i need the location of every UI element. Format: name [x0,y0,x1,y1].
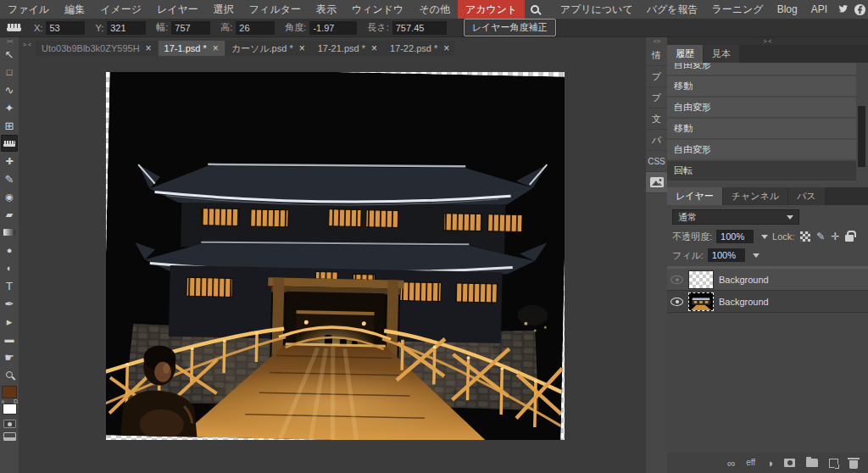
menu-window[interactable]: ウィンドウ [344,0,411,19]
layer-row-background-hidden[interactable]: Background [667,269,868,291]
history-scrollbar[interactable] [858,106,865,167]
search-button[interactable] [525,0,545,19]
healing-brush-tool[interactable]: ✚ [1,153,18,170]
tab-close-icon[interactable]: × [443,42,449,54]
angle-value-field[interactable]: -1.97 [309,21,357,35]
menu-report-bug[interactable]: バグを報告 [640,0,705,19]
document-tab-3[interactable]: カーソル.psd * × [225,41,311,56]
quick-mask-button[interactable] [3,420,16,428]
hand-tool[interactable]: ☛ [1,348,18,365]
history-item-rotate[interactable]: 回転 [667,161,856,181]
history-item-free-transform[interactable]: 自由変形 [667,97,856,117]
tab-history[interactable]: 履歴 [667,45,703,63]
tools-collapse-handle[interactable]: > < [0,37,19,45]
document-tab-2[interactable]: 17-1.psd * × [159,41,225,56]
fill-value-field[interactable]: 100% [708,248,745,262]
menu-file[interactable]: ファイル [0,0,57,19]
tab-close-icon[interactable]: × [146,42,152,54]
layer-row-background-selected[interactable]: Background [667,291,868,313]
menu-api[interactable]: API [804,0,834,19]
history-item-free-transform[interactable]: 自由変形 [667,63,856,75]
chevron-down-icon[interactable] [753,253,760,258]
ruler-tool[interactable] [1,135,18,152]
marquee-tool[interactable]: □ [1,64,18,81]
lasso-tool[interactable]: ∿ [1,81,18,98]
tab-swatches[interactable]: 見本 [704,45,739,63]
history-item-move[interactable]: 移動 [667,119,856,138]
height-value-field[interactable]: 26 [236,21,275,35]
length-value-field[interactable]: 757.45 [392,21,447,35]
menu-image[interactable]: イメージ [92,0,149,19]
twitter-icon[interactable] [834,0,851,19]
shape-tool[interactable]: ▬ [1,331,18,348]
menu-filter[interactable]: フィルター [242,0,309,19]
history-item-free-transform[interactable]: 自由変形 [667,140,856,159]
pen-tool[interactable]: ✒ [1,295,18,312]
brush-tool[interactable]: ✎ [1,170,18,187]
tab-layers[interactable]: レイヤー [667,187,722,205]
y-value-field[interactable]: 321 [107,21,146,35]
foreground-color-swatch[interactable] [2,386,17,398]
menu-account[interactable]: アカウント [458,0,525,19]
sidebar-tab-brush[interactable]: プ [646,87,667,109]
tabbar-collapse-handle[interactable]: > < [19,41,36,56]
sidebar-tab-info[interactable]: 情 [646,45,667,66]
tab-channels[interactable]: チャンネル [723,187,787,205]
side-collapse-handle[interactable]: < > [646,37,667,45]
sidebar-tab-paragraph[interactable]: パ [646,130,667,151]
tab-paths[interactable]: パス [788,187,825,205]
move-tool[interactable]: ↖ [1,46,18,63]
crop-tool[interactable]: ⊞ [1,117,18,134]
sidebar-tab-histogram[interactable] [646,172,667,193]
lock-transparency-icon[interactable] [800,231,810,242]
path-select-tool[interactable]: ▸ [1,313,18,330]
layer-thumbnail-transparent[interactable] [688,270,714,289]
layer-mask-icon[interactable] [784,459,795,467]
menu-select[interactable]: 選択 [206,0,242,19]
menu-learning[interactable]: ラーニング [705,0,771,19]
zoom-tool[interactable] [1,366,18,383]
x-value-field[interactable]: 53 [46,21,85,35]
sidebar-tab-css[interactable]: CSS [646,151,667,172]
layer-angle-correct-button[interactable]: レイヤー角度補正 [464,19,556,36]
document-tab-5[interactable]: 17-22.psd * × [384,41,455,56]
eraser-tool[interactable]: ▰ [1,206,18,223]
clone-stamp-tool[interactable]: ◉ [1,188,18,205]
adjustment-layer-icon[interactable]: ◑ [766,458,773,469]
menu-about[interactable]: アプリについて [554,0,640,19]
panels-collapse-handle[interactable]: > < [667,37,868,45]
sidebar-tab-properties[interactable]: プ [646,66,667,87]
blur-tool[interactable]: ● [1,242,18,259]
menu-layer[interactable]: レイヤー [149,0,206,19]
width-value-field[interactable]: 757 [171,21,210,35]
gradient-tool[interactable] [1,224,18,241]
new-layer-icon[interactable] [829,459,838,468]
dodge-tool[interactable]: ◐ [1,259,18,276]
visibility-eye-icon[interactable] [670,275,683,284]
lock-position-icon[interactable]: ✛ [831,231,839,242]
history-item-move[interactable]: 移動 [667,76,856,96]
sidebar-tab-character[interactable]: 文 [646,109,667,130]
layer-thumbnail-image[interactable] [688,292,714,311]
tab-close-icon[interactable]: × [213,42,219,54]
type-tool[interactable]: T [1,277,18,294]
screen-mode-button[interactable] [3,432,16,441]
menu-edit[interactable]: 編集 [57,0,92,19]
new-group-folder-icon[interactable] [806,459,818,467]
lock-all-icon[interactable] [845,235,854,242]
tab-close-icon[interactable]: × [299,42,305,54]
opacity-value-field[interactable]: 100% [716,230,754,243]
link-layers-icon[interactable]: ∞ [727,458,735,469]
tab-close-icon[interactable]: × [371,42,377,54]
delete-layer-trash-icon[interactable] [849,460,858,469]
lock-paint-icon[interactable]: ✎ [816,231,825,242]
menu-more[interactable]: その他 [411,0,458,19]
facebook-icon[interactable] [851,0,868,19]
chevron-down-icon[interactable] [761,235,768,239]
blend-mode-select[interactable]: 通常 [672,209,799,225]
visibility-eye-icon[interactable] [670,298,683,306]
menu-blog[interactable]: Blog [771,0,804,19]
background-color-swatch[interactable] [3,403,17,415]
document-tab-4[interactable]: 17-21.psd * × [312,41,383,56]
quick-select-tool[interactable]: ✦ [1,99,18,116]
